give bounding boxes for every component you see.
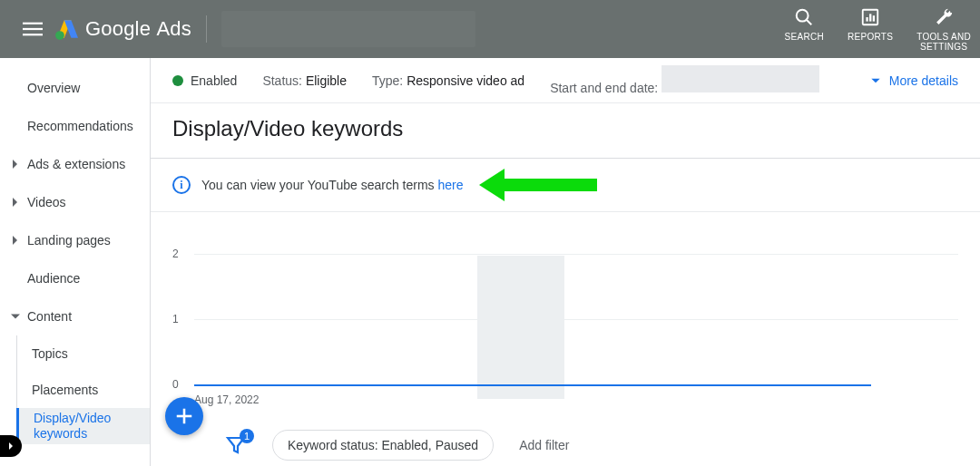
sidebar-item-overview[interactable]: Overview xyxy=(0,69,150,107)
chart: 2 1 0 Aug 17, 2022 xyxy=(151,212,980,421)
green-dot-icon xyxy=(172,75,183,86)
svg-rect-0 xyxy=(23,23,43,24)
search-terms-link[interactable]: here xyxy=(437,178,463,192)
info-banner: i You can view your YouTube search terms… xyxy=(151,159,980,212)
hamburger-icon xyxy=(23,19,43,39)
status-eligible: Status: Eligible xyxy=(262,73,347,88)
account-selector-redacted[interactable] xyxy=(221,11,475,47)
menu-button[interactable] xyxy=(15,11,51,47)
filter-chip-keyword-status[interactable]: Keyword status: Enabled, Paused xyxy=(272,430,494,461)
divider xyxy=(206,15,207,43)
type-value: Type: Responsive video ad xyxy=(372,73,524,88)
y-tick: 1 xyxy=(172,313,179,325)
reports-button[interactable]: REPORTS xyxy=(848,6,893,52)
filter-button[interactable]: 1 xyxy=(225,434,247,456)
sidebar-item-placements[interactable]: Placements xyxy=(17,372,150,408)
status-enabled[interactable]: Enabled xyxy=(172,73,237,88)
sidebar: Overview Recommendations Ads & extension… xyxy=(0,58,151,466)
reports-icon xyxy=(859,6,881,28)
chevron-down-icon xyxy=(869,74,882,87)
more-details-toggle[interactable]: More details xyxy=(869,73,958,88)
svg-rect-9 xyxy=(873,15,875,21)
sidebar-item-landing-pages[interactable]: Landing pages xyxy=(0,221,150,259)
svg-rect-11 xyxy=(177,415,192,418)
filter-count-badge: 1 xyxy=(240,429,254,443)
brand-text: Google Ads xyxy=(85,17,191,41)
search-button[interactable]: SEARCH xyxy=(784,6,823,52)
x-tick-start: Aug 17, 2022 xyxy=(194,393,259,406)
date-range-redacted[interactable] xyxy=(662,65,819,92)
sidebar-item-content[interactable]: Content xyxy=(0,297,150,335)
search-icon xyxy=(793,6,815,28)
chart-line xyxy=(194,384,871,386)
brand-logo[interactable]: Google Ads xyxy=(54,17,191,41)
info-icon: i xyxy=(172,176,191,194)
svg-point-4 xyxy=(797,10,808,22)
svg-rect-7 xyxy=(867,17,868,22)
page-title: Display/Video keywords xyxy=(151,103,980,159)
banner-text: You can view your YouTube search terms xyxy=(201,178,437,192)
svg-rect-1 xyxy=(23,28,43,30)
chart-highlight xyxy=(477,256,564,399)
sidebar-item-audience[interactable]: Audience xyxy=(0,259,150,297)
wrench-icon xyxy=(933,6,955,28)
add-button[interactable] xyxy=(165,397,203,435)
svg-line-5 xyxy=(807,20,812,25)
sidebar-item-videos[interactable]: Videos xyxy=(0,183,150,221)
date-range: Start and end date: xyxy=(550,65,819,95)
svg-rect-8 xyxy=(869,14,871,21)
svg-rect-2 xyxy=(23,34,43,35)
sidebar-item-recommendations[interactable]: Recommendations xyxy=(0,107,150,145)
chevron-right-icon xyxy=(5,441,16,451)
y-tick: 0 xyxy=(172,378,179,391)
tools-settings-button[interactable]: TOOLS AND SETTINGS xyxy=(916,6,971,52)
sidebar-item-topics[interactable]: Topics xyxy=(17,335,150,372)
svg-point-3 xyxy=(55,31,64,40)
annotation-arrow xyxy=(479,173,597,197)
add-filter-button[interactable]: Add filter xyxy=(519,438,569,452)
y-tick: 2 xyxy=(172,248,179,260)
google-ads-logo-icon xyxy=(54,17,78,41)
sidebar-collapse-button[interactable] xyxy=(0,435,22,457)
plus-icon xyxy=(174,406,194,426)
sidebar-item-display-video-keywords[interactable]: Display/Video keywords xyxy=(16,408,150,444)
sidebar-item-ads-extensions[interactable]: Ads & extensions xyxy=(0,145,150,183)
